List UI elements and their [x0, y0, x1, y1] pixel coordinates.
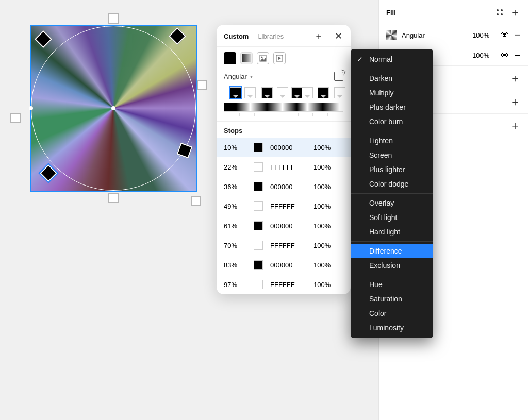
stop-position[interactable]: 10% [224, 144, 246, 152]
gradient-stop-handle[interactable] [177, 143, 193, 159]
gradient-center-handle[interactable] [111, 106, 116, 110]
stop-opacity[interactable]: 100% [314, 163, 343, 171]
stop-position[interactable]: 97% [224, 281, 246, 289]
stop-row[interactable]: 83%000000100% [217, 255, 351, 275]
stop-opacity[interactable]: 100% [314, 144, 343, 152]
gradient-stop-handle[interactable] [169, 27, 186, 45]
gradient-stop-thumb[interactable] [334, 87, 345, 98]
stop-color-swatch[interactable] [254, 260, 263, 270]
stop-hex[interactable]: 000000 [270, 144, 306, 152]
fill-type-image[interactable] [257, 52, 269, 64]
gradient-stop-thumb[interactable] [277, 87, 288, 98]
blend-mode-normal[interactable]: ✓Normal [351, 52, 433, 66]
add-fill-button[interactable]: ＋ [509, 9, 521, 16]
stop-color-swatch[interactable] [254, 280, 263, 289]
blend-mode-color[interactable]: ✓Color [351, 306, 433, 321]
remove-fill-button[interactable]: − [514, 28, 521, 42]
blend-mode-menu[interactable]: ✓Normal✓Darken✓Multiply✓Plus darker✓Colo… [351, 49, 433, 338]
stop-row[interactable]: 61%000000100% [217, 216, 351, 236]
fill-type-video[interactable] [273, 52, 286, 64]
gradient-stop-thumb[interactable] [261, 87, 273, 98]
stop-row[interactable]: 70%FFFFFF100% [217, 236, 351, 255]
visibility-toggle[interactable]: 👁 [501, 51, 509, 60]
blend-mode-color-dodge[interactable]: ✓Color dodge [351, 177, 433, 191]
stop-hex[interactable]: 000000 [270, 261, 306, 269]
stop-opacity[interactable]: 100% [314, 261, 343, 269]
stop-row[interactable]: 36%000000100% [217, 177, 351, 196]
stop-color-swatch[interactable] [254, 201, 263, 211]
stop-color-swatch[interactable] [254, 241, 263, 250]
fill-type-gradient-selected[interactable] [240, 52, 253, 64]
gradient-edge-handle[interactable] [29, 106, 33, 110]
add-effect-button[interactable]: ＋ [509, 98, 521, 106]
fill-opacity-value[interactable]: 100% [472, 52, 496, 59]
stop-position[interactable]: 49% [224, 203, 246, 210]
stop-position[interactable]: 36% [224, 183, 246, 191]
blend-mode-difference[interactable]: ✓Difference [351, 244, 433, 258]
blend-mode-multiply[interactable]: ✓Multiply [351, 86, 433, 100]
blend-mode-plus-lighter[interactable]: ✓Plus lighter [351, 162, 433, 177]
remove-fill-button[interactable]: − [514, 49, 521, 62]
stop-hex[interactable]: 000000 [270, 183, 306, 191]
blend-mode-color-burn[interactable]: ✓Color burn [351, 114, 433, 129]
stop-position[interactable]: 61% [224, 222, 246, 230]
fill-type-solid[interactable] [224, 52, 236, 64]
add-export-button[interactable]: ＋ [509, 122, 521, 129]
gradient-stop-handle[interactable] [35, 30, 52, 48]
blend-mode-lighten[interactable]: ✓Lighten [351, 133, 433, 148]
stop-opacity[interactable]: 100% [314, 222, 343, 230]
stop-position[interactable]: 83% [224, 261, 246, 269]
blend-mode-luminosity[interactable]: ✓Luminosity [351, 321, 433, 335]
stop-color-swatch[interactable] [254, 182, 263, 191]
add-icon[interactable]: ＋ [314, 31, 324, 41]
gradient-stop-thumb[interactable] [302, 87, 313, 98]
stop-row[interactable]: 97%FFFFFF100% [217, 275, 351, 294]
gradient-stop-thumb[interactable] [291, 87, 303, 98]
resize-handle-se[interactable] [191, 196, 201, 206]
stop-opacity[interactable]: 100% [314, 183, 343, 191]
blend-mode-exclusion[interactable]: ✓Exclusion [351, 258, 433, 273]
blend-mode-hue[interactable]: ✓Hue [351, 277, 433, 292]
stop-hex[interactable]: FFFFFF [270, 242, 306, 249]
stop-position[interactable]: 22% [224, 163, 246, 171]
stop-color-swatch[interactable] [254, 143, 263, 152]
resize-handle-w[interactable] [10, 113, 21, 123]
resize-handle-s[interactable] [108, 193, 119, 203]
stop-row[interactable]: 10%000000100% [217, 138, 351, 157]
blend-mode-overlay[interactable]: ✓Overlay [351, 196, 433, 210]
fill-swatch-angular[interactable] [386, 30, 397, 40]
stop-hex[interactable]: FFFFFF [270, 281, 306, 289]
blend-mode-darken[interactable]: ✓Darken [351, 71, 433, 86]
stop-color-swatch[interactable] [254, 221, 263, 230]
stop-hex[interactable]: FFFFFF [270, 163, 306, 171]
stop-opacity[interactable]: 100% [314, 203, 343, 210]
tab-libraries[interactable]: Libraries [258, 32, 284, 40]
blend-mode-soft-light[interactable]: ✓Soft light [351, 210, 433, 225]
gradient-type-dropdown[interactable]: Angular ▾ [217, 70, 351, 85]
blend-mode-screen[interactable]: ✓Screen [351, 148, 433, 162]
gradient-stop-handle-selected[interactable] [40, 164, 57, 182]
stop-row[interactable]: 49%FFFFFF100% [217, 196, 351, 216]
blend-mode-hard-light[interactable]: ✓Hard light [351, 225, 433, 239]
blend-mode-saturation[interactable]: ✓Saturation [351, 292, 433, 306]
add-stroke-button[interactable]: ＋ [509, 75, 521, 82]
stop-row[interactable]: 22%FFFFFF100% [217, 157, 351, 177]
close-icon[interactable]: ✕ [333, 31, 343, 41]
fill-opacity-value[interactable]: 100% [472, 31, 496, 39]
rotate-gradient-icon[interactable] [334, 72, 343, 81]
gradient-stop-thumb[interactable] [244, 87, 256, 98]
resize-handle-e[interactable] [197, 80, 207, 90]
stop-opacity[interactable]: 100% [314, 281, 343, 289]
stop-position[interactable]: 70% [224, 242, 246, 249]
gradient-bar[interactable] [224, 103, 343, 112]
stop-opacity[interactable]: 100% [314, 242, 343, 249]
gradient-stop-thumb[interactable] [230, 87, 241, 98]
styles-icon[interactable] [496, 9, 503, 16]
blend-mode-plus-darker[interactable]: ✓Plus darker [351, 100, 433, 114]
stop-color-swatch[interactable] [254, 162, 263, 172]
fill-row-angular[interactable]: Angular 100% 👁 − [379, 25, 528, 45]
gradient-stops-editor[interactable] [217, 85, 351, 117]
gradient-stop-thumb[interactable] [318, 87, 329, 98]
resize-handle-n[interactable] [108, 13, 119, 24]
stop-hex[interactable]: 000000 [270, 222, 306, 230]
